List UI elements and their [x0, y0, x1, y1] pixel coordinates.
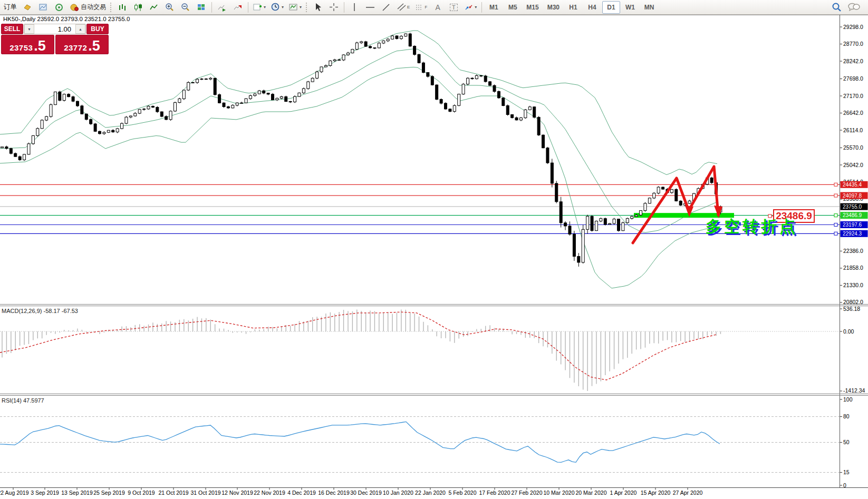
- line-handle[interactable]: [834, 223, 837, 227]
- chart-canvas[interactable]: 23486.929298.028770.028242.027698.027170…: [0, 15, 868, 499]
- text-tool-icon[interactable]: A: [430, 1, 445, 14]
- price-tick-label: 21330.0: [843, 282, 863, 288]
- timeframe-m5-button[interactable]: M5: [504, 1, 522, 14]
- price-tick-label: 26642.0: [843, 110, 863, 116]
- market-watch-icon[interactable]: [36, 1, 51, 14]
- vertical-line-tool-icon[interactable]: [347, 1, 362, 14]
- chart-shift-icon[interactable]: [230, 1, 245, 14]
- rsi-tick-label: 100: [843, 396, 853, 403]
- line-handle[interactable]: [834, 232, 837, 235]
- macd-indicator-label: MACD(12,26,9) -58.17 -67.53: [2, 308, 78, 314]
- volume-value[interactable]: 1.00: [34, 24, 75, 34]
- crosshair-tool-icon[interactable]: [326, 1, 341, 14]
- rsi-tick-label: 80: [843, 413, 850, 419]
- search-icon[interactable]: [830, 1, 844, 14]
- date-tick-label: 15 Apr 2020: [641, 490, 671, 496]
- channel-letter: E: [407, 5, 410, 9]
- zoom-in-icon[interactable]: [162, 1, 177, 14]
- price-axis: [840, 27, 842, 302]
- timeframe-group: M1M5M15M30H1H4D1W1MN: [484, 1, 659, 14]
- sell-price-main: 23753: [9, 43, 33, 52]
- bb-middle-band: [0, 49, 717, 233]
- label-tool-icon[interactable]: T: [446, 1, 461, 14]
- dropdown-caret-icon[interactable]: ▾: [475, 5, 477, 9]
- new-order-icon[interactable]: [20, 1, 35, 14]
- timeframe-m30-button[interactable]: M30: [544, 1, 563, 14]
- toolbar-right-icons: [829, 1, 863, 14]
- timeframe-mn-button[interactable]: MN: [640, 1, 658, 14]
- cursor-tool-icon[interactable]: [311, 1, 325, 14]
- chart-window[interactable]: 23486.929298.028770.028242.027698.027170…: [0, 15, 868, 499]
- date-tick-label: 10 Mar 2020: [544, 490, 575, 496]
- sell-price[interactable]: 23753.5: [1, 35, 54, 54]
- trendline-tool-icon[interactable]: [379, 1, 393, 14]
- tile-windows-icon[interactable]: [194, 1, 209, 14]
- candlestick-chart-icon[interactable]: [131, 1, 146, 14]
- date-tick-label: 12 Nov 2019: [221, 490, 253, 496]
- dropdown-caret-icon[interactable]: ▾: [282, 5, 284, 9]
- date-tick-label: 22 Jan 2020: [415, 490, 446, 496]
- price-tick-label: 27170.0: [843, 93, 863, 99]
- horizontal-line-tool-icon[interactable]: [363, 1, 378, 14]
- volume-decrease-button[interactable]: ▼: [24, 24, 34, 34]
- price-badge-label: 24435.4: [843, 182, 862, 188]
- price-badge-label: 23197.6: [843, 222, 862, 228]
- one-click-trading-panel[interactable]: SELL ▼ 1.00 ▲ BUY 23753.5 23772.5: [1, 24, 109, 54]
- templates-icon[interactable]: ▾: [287, 1, 304, 14]
- date-tick-label: 21 Oct 2019: [158, 490, 188, 496]
- price-tick-label: 22386.0: [843, 248, 863, 254]
- date-tick-label: 25 Sep 2019: [93, 490, 125, 496]
- timeframe-m15-button[interactable]: M15: [523, 1, 542, 14]
- toolbar-separator: [211, 2, 212, 13]
- date-tick-label: 22 Aug 2019: [0, 490, 29, 496]
- main-toolbar: 订单 自动交易 ▾ ▾ ▾ E F A T ▾ M1M5M15M30H1H4D1…: [0, 0, 868, 15]
- volume-increase-button[interactable]: ▲: [75, 24, 85, 34]
- macd-signal-value: -67.53: [62, 308, 78, 314]
- toolbar-grip: [110, 3, 113, 12]
- line-handle[interactable]: [834, 194, 837, 197]
- timeframe-w1-button[interactable]: W1: [621, 1, 639, 14]
- timeframe-m1-button[interactable]: M1: [485, 1, 503, 14]
- chat-icon[interactable]: [845, 1, 862, 14]
- timeframe-h1-button[interactable]: H1: [564, 1, 582, 14]
- date-tick-label: 13 Sep 2019: [61, 490, 93, 496]
- sell-button[interactable]: SELL: [1, 24, 23, 34]
- price-tick-label: 26114.0: [843, 127, 863, 133]
- line-handle[interactable]: [834, 183, 837, 186]
- zoom-out-icon[interactable]: [178, 1, 193, 14]
- price-badge-label: 23755.0: [843, 204, 862, 210]
- dropdown-caret-icon[interactable]: ▾: [264, 5, 266, 9]
- buy-price-main: 23772: [64, 43, 87, 52]
- macd-tick-label: 0.00: [843, 328, 854, 335]
- dropdown-caret-icon[interactable]: ▾: [300, 5, 302, 9]
- indicators-icon[interactable]: ▾: [251, 1, 268, 14]
- price-tick-label: 28770.0: [843, 41, 863, 47]
- signals-icon[interactable]: [52, 1, 66, 14]
- auto-scroll-icon[interactable]: [215, 1, 229, 14]
- bb-lower-band: [0, 67, 717, 288]
- fibonacci-tool-icon[interactable]: F: [413, 1, 429, 14]
- buy-price[interactable]: 23772.5: [55, 35, 109, 54]
- toolbar-separator: [344, 2, 344, 13]
- date-tick-label: 27 Apr 2020: [673, 490, 703, 496]
- price-tick-label: 21858.0: [843, 265, 863, 271]
- buy-button[interactable]: BUY: [86, 24, 109, 34]
- rsi-tick-label: 50: [843, 439, 850, 445]
- price-badge-label: 23486.9: [843, 212, 862, 218]
- date-tick-label: 30 Dec 2019: [350, 490, 382, 496]
- line-handle[interactable]: [834, 214, 837, 217]
- periods-icon[interactable]: ▾: [269, 1, 286, 14]
- arrows-tool-icon[interactable]: ▾: [462, 1, 479, 14]
- date-tick-label: 17 Feb 2020: [479, 490, 510, 496]
- equidistant-channel-tool-icon[interactable]: E: [394, 1, 412, 14]
- date-tick-label: 9 Oct 2019: [128, 490, 155, 496]
- line-chart-icon[interactable]: [147, 1, 161, 14]
- rsi-value: 47.5977: [23, 397, 44, 404]
- timeframe-h4-button[interactable]: H4: [583, 1, 601, 14]
- autotrading-button[interactable]: 自动交易: [67, 1, 108, 14]
- bar-chart-icon[interactable]: [115, 1, 130, 14]
- timeframe-d1-button[interactable]: D1: [602, 1, 620, 14]
- toolbar-grip: [306, 3, 308, 12]
- orders-button[interactable]: 订单: [2, 1, 19, 14]
- volume-stepper: ▼ 1.00 ▲: [24, 24, 86, 34]
